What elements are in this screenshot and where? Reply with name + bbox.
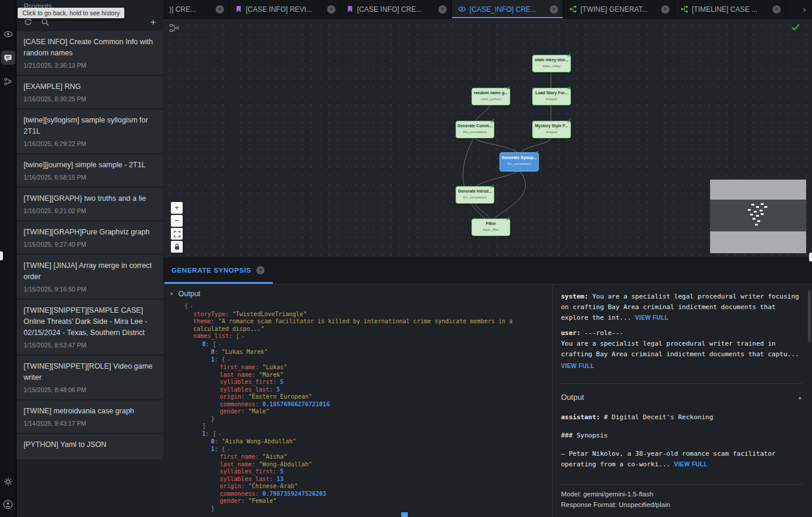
view-full-link[interactable]: VIEW FULL: [635, 314, 669, 321]
bottom-panel-tabbar: GENERATE SYNOPSIS ×: [163, 257, 812, 284]
node-title: Filter: [472, 221, 510, 226]
json-line: }: [184, 416, 545, 423]
settings-gear-icon[interactable]: [1, 475, 15, 489]
output-collapse-row[interactable]: ▾ Output: [163, 284, 552, 301]
chevron-down-icon: ▾: [170, 291, 173, 297]
response-format-label: Response Format: Unspecified/plain: [561, 499, 803, 510]
prompt-item-timestamp: 1/15/2025, 8:48:06 PM: [24, 386, 156, 393]
graph-node[interactable]: random name g...exec_python✓: [471, 88, 510, 105]
tab-close-button[interactable]: ×: [550, 5, 558, 14]
synopsis-heading: ### Synopsis: [561, 430, 803, 441]
system-message: system: You are a specialist legal proce…: [561, 291, 803, 323]
close-icon[interactable]: ×: [256, 266, 265, 274]
tab[interactable]: [CASE INFO] REVI...×: [229, 0, 341, 18]
tab-close-button[interactable]: ×: [661, 5, 669, 14]
prompt-list-item[interactable]: [TWINE][GRAPH} two truths and a lie1/16/…: [16, 188, 163, 220]
output-section-title: Output: [561, 392, 584, 403]
panel-resize-handle-bottom[interactable]: [401, 512, 408, 517]
json-line: 1: {▾: [184, 446, 545, 454]
fit-view-button[interactable]: [171, 228, 183, 240]
chevron-up-icon[interactable]: ▴: [798, 392, 801, 403]
prompt-item-timestamp: 1/15/2025, 8:53:47 PM: [24, 342, 156, 349]
tab-generate-synopsis[interactable]: GENERATE SYNOPSIS ×: [170, 257, 273, 284]
node-title: state mkey stor...: [533, 58, 570, 62]
graph-node[interactable]: Load Story For...snippet✓: [532, 88, 571, 105]
tabs-container: )] CRE...×[CASE INFO] REVI...×[CASE INFO…: [163, 0, 797, 18]
lock-button[interactable]: [171, 241, 183, 253]
prompt-list-item[interactable]: [TWINE][SNIPPET][SAMPLE CASE] Online Thr…: [16, 300, 163, 354]
account-user-icon[interactable]: [1, 497, 15, 511]
json-line: 0: "Lukas Marek": [184, 349, 545, 356]
tab-close-button[interactable]: ×: [216, 5, 224, 14]
tab-label: [CASE_INFO] CRE...: [470, 5, 546, 14]
prompt-item-timestamp: 1/16/2025, 8:30:25 PM: [24, 95, 156, 102]
tab-label: )] CRE...: [169, 5, 212, 14]
graph-canvas[interactable]: state mkey stor...state_mkey✓random name…: [163, 19, 812, 257]
tab-close-button[interactable]: ×: [773, 5, 781, 14]
zoom-in-button[interactable]: +: [171, 202, 183, 214]
json-output[interactable]: {▾storyType: "TwistedLoveTriangle"theme:…: [163, 301, 552, 512]
tab[interactable]: [CASE_INFO] CRE...×: [452, 0, 563, 18]
view-full-link[interactable]: VIEW FULL: [674, 461, 708, 468]
activity-bar-bottom: [1, 475, 15, 511]
view-full-link[interactable]: VIEW FULL: [561, 361, 595, 372]
search-icon[interactable]: [41, 18, 49, 26]
prompt-list-item[interactable]: [twine][journey] simple sample - 2T1L1/1…: [16, 154, 163, 187]
prompt-list-item[interactable]: [TWINE] metroidvania case graph1/14/2025…: [16, 400, 163, 433]
json-line: first_name: "Lukas": [184, 364, 545, 372]
tab[interactable]: [TIMELINE] CASE ...×: [675, 0, 786, 18]
prompt-item-title: [TWINE] metroidvania case graph: [24, 406, 156, 417]
scrollbar-thumb[interactable]: [808, 290, 811, 342]
graph-node[interactable]: Filterstate_filter✓: [471, 218, 510, 236]
panel-resize-handle-right[interactable]: [809, 253, 812, 261]
node-success-check-icon: ✓: [567, 118, 572, 124]
synopsis-body: — Petar Nikolov, a 38-year-old romance s…: [561, 449, 803, 470]
tab-label: [TWINE] GENERAT...: [580, 5, 658, 14]
prompt-list-item[interactable]: [EXAMPLE] RNG1/16/2025, 8:30:25 PM: [16, 76, 163, 108]
json-line: last_name: "Marek": [184, 372, 545, 379]
tab-close-button[interactable]: ×: [327, 5, 335, 14]
minimap[interactable]: [710, 180, 806, 253]
refresh-icon[interactable]: [24, 18, 32, 26]
json-line: syllables_last: 5: [184, 386, 545, 394]
graph-node[interactable]: Generate Introd...llm_completion✓: [455, 186, 494, 204]
node-subtitle: llm_completion: [456, 130, 494, 134]
node-subtitle: state_filter: [472, 227, 510, 232]
eye-tool-icon[interactable]: [1, 27, 15, 41]
zoom-out-button[interactable]: −: [171, 215, 183, 227]
tab[interactable]: [TWINE] GENERAT...×: [563, 0, 675, 18]
prompt-list-item[interactable]: [TWINE][SNIPPET][ROLE] Video game writer…: [16, 356, 163, 399]
prompts-tool-icon[interactable]: [1, 51, 15, 65]
flow-icon: [569, 5, 577, 13]
prompts-panel: Prompts Click to go back, hold to see hi…: [16, 0, 163, 517]
tabs-scroll-right-button[interactable]: ›: [797, 0, 812, 18]
node-subtitle: snippet: [533, 130, 570, 134]
tab[interactable]: )] CRE...×: [163, 0, 229, 18]
tab-close-button[interactable]: ×: [438, 5, 447, 14]
prompt-list-item[interactable]: [TWINE][GRAPH]Pure Graphviz graph1/15/20…: [16, 221, 163, 254]
node-success-check-icon: ✓: [567, 52, 572, 58]
panel-resize-handle-left[interactable]: [0, 251, 3, 260]
graph-node[interactable]: state mkey stor...state_mkey✓: [532, 55, 571, 72]
prompt-item-title: [CASE INFO] Create Common Info with rand…: [24, 37, 156, 59]
layout-icon[interactable]: [170, 24, 179, 34]
json-line: origin: "Eastern European": [184, 393, 545, 401]
add-prompt-button[interactable]: +: [150, 18, 156, 26]
graph-node[interactable]: Mystery Style F...snippet✓: [532, 121, 571, 138]
flows-tool-icon[interactable]: [1, 74, 15, 88]
zoom-controls: + −: [171, 202, 183, 253]
flow-icon: [681, 5, 688, 13]
prompt-list-item[interactable]: [twine][syllogism] sample syllogism for …: [16, 110, 163, 153]
graph-node[interactable]: Generate Comm...llm_completion✓: [455, 121, 494, 138]
json-line: gender: "Female": [184, 498, 545, 505]
prompt-list-item[interactable]: [CASE INFO] Create Common Info with rand…: [16, 31, 163, 75]
bottom-tab-label: GENERATE SYNOPSIS: [171, 267, 251, 274]
prompt-list-item[interactable]: [TWINE] [JINJA] Array merge in correct o…: [16, 255, 163, 299]
prompt-item-title: [TWINE][SNIPPET][ROLE] Video game writer: [24, 361, 156, 383]
json-line: last_name: "Wong-Abdullah": [184, 461, 545, 469]
graph-node[interactable]: Generate Synop...llm_completion✓: [500, 153, 539, 171]
node-title: Generate Introd...: [456, 189, 494, 194]
tab[interactable]: [CASE INFO] CRE...×: [341, 0, 452, 18]
prompt-list-item[interactable]: [PYTHON] Yaml to JSON: [16, 434, 163, 459]
back-history-tooltip: Click to go back, hold to see history: [18, 8, 124, 18]
